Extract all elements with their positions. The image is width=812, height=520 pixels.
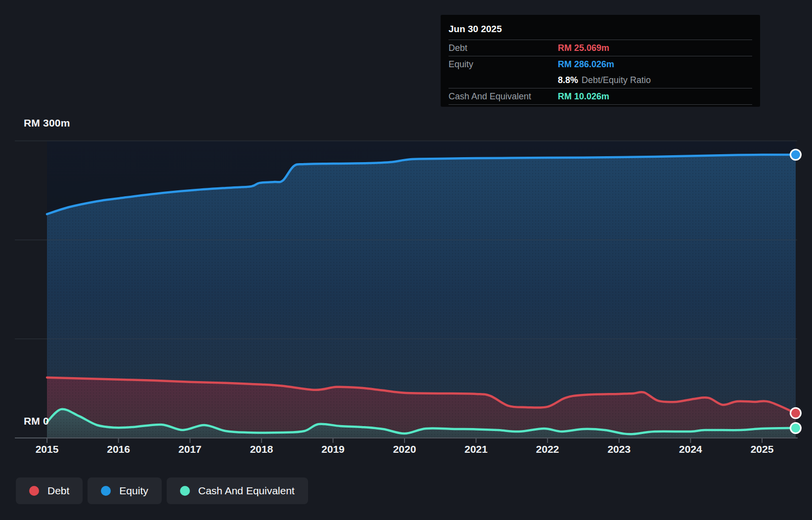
cash-series-dot-icon (180, 486, 190, 496)
tooltip: Jun 30 2025 Debt RM 25.069m Equity RM 28… (441, 15, 760, 107)
legend-item-debt-label: Debt (47, 485, 69, 497)
tooltip-equity-label: Equity (449, 59, 558, 70)
x-axis-tick-label: 2018 (250, 443, 273, 455)
tooltip-debt-label: Debt (449, 43, 558, 53)
legend-item-cash[interactable]: Cash And Equivalent (167, 477, 308, 504)
balance-sheet-history-chart: RM 300m RM 0 201520162017201820192020202… (0, 0, 812, 520)
tooltip-cash-row: Cash And Equivalent RM 10.026m (449, 88, 752, 105)
tooltip-debt-row: Debt RM 25.069m (449, 40, 752, 56)
x-axis-tick-label: 2020 (393, 443, 416, 455)
x-axis-tick-label: 2015 (36, 443, 59, 455)
y-axis-label-0: RM 0 (24, 415, 49, 427)
endpoint-marker-cash-and-equivalent (790, 423, 801, 433)
tooltip-cash-label: Cash And Equivalent (449, 91, 558, 102)
tooltip-equity-value: RM 286.026m (558, 59, 614, 70)
debt-series-dot-icon (29, 486, 39, 496)
legend-item-equity[interactable]: Equity (88, 477, 161, 504)
legend-item-cash-label: Cash And Equivalent (198, 485, 295, 497)
x-axis-tick-label: 2022 (536, 443, 559, 455)
x-axis-tick-label: 2024 (679, 443, 702, 455)
tooltip-ratio-label: Debt/Equity Ratio (582, 75, 651, 85)
x-axis-labels: 2015201620172018201920202021202220232024… (0, 443, 812, 458)
tooltip-date: Jun 30 2025 (449, 17, 752, 40)
x-axis-tick-label: 2017 (179, 443, 202, 455)
x-axis-tick-label: 2021 (464, 443, 488, 455)
equity-series-dot-icon (101, 486, 111, 496)
tooltip-equity-row: Equity RM 286.026m (449, 56, 752, 72)
tooltip-debt-value: RM 25.069m (558, 43, 609, 53)
endpoint-marker-equity (790, 149, 801, 160)
legend-item-debt[interactable]: Debt (16, 477, 83, 504)
y-axis-label-300m: RM 300m (24, 117, 70, 129)
x-axis-tick-label: 2023 (607, 443, 631, 455)
tooltip-ratio-value: 8.8% (558, 75, 578, 85)
x-axis-tick-label: 2025 (751, 443, 774, 455)
x-axis-tick-label: 2016 (107, 443, 130, 455)
endpoint-marker-debt (790, 408, 801, 418)
x-axis-tick-label: 2019 (321, 443, 345, 455)
legend-item-equity-label: Equity (119, 485, 148, 497)
legend: Debt Equity Cash And Equivalent (16, 477, 308, 504)
tooltip-ratio-row: 8.8%Debt/Equity Ratio (449, 72, 752, 88)
tooltip-cash-value: RM 10.026m (558, 91, 609, 102)
